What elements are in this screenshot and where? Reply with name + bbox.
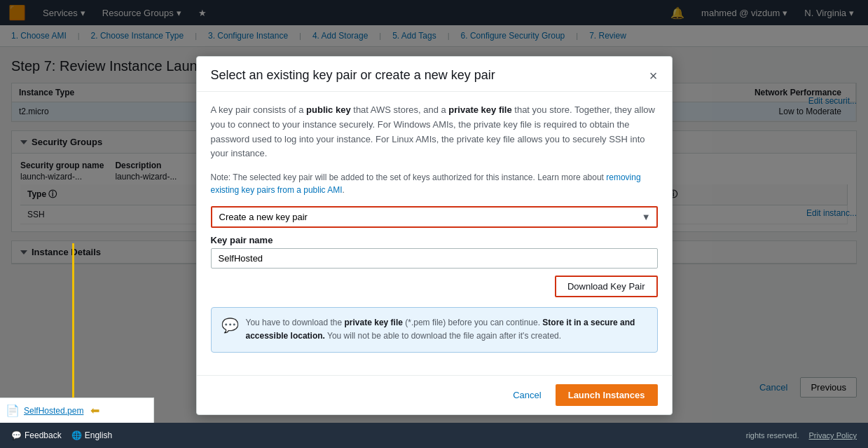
key-pair-type-select-wrapper: Create a new key pair Choose an existing… <box>211 206 658 228</box>
info-box: 💬 You have to download the private key f… <box>211 307 658 352</box>
info-text: You have to download the private key fil… <box>246 316 647 343</box>
key-pair-type-select[interactable]: Create a new key pair Choose an existing… <box>212 208 636 226</box>
yellow-arrow-line <box>72 243 74 398</box>
modal-header: Select an existing key pair or create a … <box>197 57 672 92</box>
modal-description: A key pair consists of a public key that… <box>211 103 658 161</box>
modal-note: Note: The selected key pair will be adde… <box>211 171 658 196</box>
select-arrow-icon: ▼ <box>636 212 656 222</box>
info-icon: 💬 <box>221 317 239 334</box>
download-btn-wrapper: Download Key Pair <box>211 276 658 297</box>
remove-key-pairs-link[interactable]: removing existing key pairs from a publi… <box>211 172 641 195</box>
download-key-pair-button[interactable]: Download Key Pair <box>555 276 658 297</box>
key-pair-modal: Select an existing key pair or create a … <box>196 56 673 398</box>
modal-title: Select an existing key pair or create a … <box>211 68 495 83</box>
modal-cancel-button[interactable]: Cancel <box>506 386 548 398</box>
modal-footer: Cancel Launch Instances <box>197 375 672 398</box>
modal-body: A key pair consists of a public key that… <box>197 92 672 375</box>
launch-instances-button[interactable]: Launch Instances <box>556 384 658 398</box>
key-pair-name-input[interactable] <box>211 248 658 269</box>
modal-close-button[interactable]: × <box>649 69 658 83</box>
modal-overlay: Select an existing key pair or create a … <box>0 0 868 398</box>
key-pair-name-label: Key pair name <box>211 235 658 245</box>
